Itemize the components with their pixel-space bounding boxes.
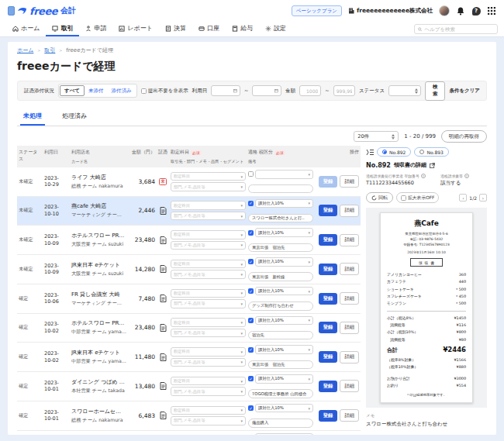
qualified-checkbox[interactable]: ✓ [248, 230, 254, 236]
help-search-box[interactable] [414, 24, 498, 34]
detail-list-icon[interactable] [366, 149, 374, 156]
nav-item-accounts[interactable]: 口座 [192, 22, 226, 36]
help-search-input[interactable] [424, 26, 494, 33]
register-button[interactable]: 登録 [319, 176, 338, 188]
clear-filters-link[interactable]: 条件をクリア [449, 88, 480, 95]
note-input[interactable] [248, 360, 313, 370]
detail-button[interactable]: 詳細 [340, 175, 359, 188]
usage-date-to-input[interactable] [252, 85, 281, 96]
register-button[interactable]: 登録 [319, 322, 338, 333]
tax-category-select[interactable]: 課対仕入10%▾ [255, 404, 313, 413]
tax-category-select[interactable]: 課対仕入10%▾ [255, 316, 313, 326]
tax-category-select[interactable]: 課対仕入10%▾ [255, 345, 313, 354]
usage-date-from-input[interactable] [211, 85, 240, 96]
detail-button[interactable]: 詳細 [340, 263, 359, 275]
qualified-checkbox[interactable]: ✓ [248, 347, 254, 353]
account-item-select[interactable]: 勘定科目▾ [171, 201, 246, 210]
document-icon[interactable] [157, 382, 168, 390]
document-icon[interactable] [157, 353, 168, 361]
breadcrumb-transactions-link[interactable]: 取引 [44, 47, 55, 54]
document-icon[interactable] [157, 207, 168, 215]
company-switcher[interactable]: freeeeeeeeeeee株式会社 [348, 7, 433, 15]
tax-category-select[interactable]: 課対仕入10%▾ [255, 228, 313, 237]
note-input[interactable] [248, 389, 313, 398]
nav-item-closing[interactable]: 決算 [159, 22, 192, 36]
table-row[interactable]: 未確定 2023-10-10 燕cafe 大崎店 マーケティング チーム tan… [17, 197, 361, 226]
receipt-image[interactable]: 燕Cafe 東京都世田谷区世田谷4-5-6 電話: 03-9876-5432 登… [380, 212, 473, 403]
detail-tags-select[interactable]: 部門,メモ,品目等▾ [171, 182, 246, 191]
notifications-bell-icon[interactable] [456, 6, 465, 16]
rotate-button[interactable]: 回転 [366, 192, 393, 203]
nav-item-requests[interactable]: 申請 [79, 22, 112, 36]
tab-unprocessed[interactable]: 未処理 [20, 109, 45, 126]
table-row[interactable]: 未確定 2023-10-09 JR東日本 eチケット 大阪営業 チーム suzu… [17, 255, 361, 284]
register-button[interactable]: 登録 [319, 351, 338, 363]
document-icon[interactable] [157, 236, 168, 244]
tax-category-select[interactable]: 課対仕入10%▾ [255, 257, 313, 267]
user-avatar[interactable] [439, 5, 450, 16]
receipt-tab-no893[interactable]: No.893 [414, 147, 448, 157]
document-icon[interactable] [157, 412, 168, 419]
note-input[interactable] [248, 243, 313, 253]
detail-button[interactable]: 詳細 [340, 205, 359, 217]
qualified-checkbox[interactable]: ✓ [248, 201, 254, 206]
table-row[interactable]: 未確定 2023-10-29 ライフ 大崎店 総務 チーム nakamura 3… [17, 167, 361, 197]
nav-item-transactions[interactable]: 取引 [46, 22, 79, 36]
missing-receipt-icon[interactable]: 未 [157, 178, 168, 185]
register-button[interactable]: 登録 [319, 410, 338, 422]
account-item-select[interactable]: 勘定科目▾ [171, 230, 246, 239]
detail-button[interactable]: 詳細 [340, 234, 359, 246]
table-row[interactable]: 確定 2023-10-02 ホテルスワロー PREMIUM東京… 中部営業 チー… [17, 314, 361, 343]
question-icon[interactable]: ? [421, 174, 426, 178]
evidence-filter-unattached[interactable]: 未添付 [85, 86, 108, 95]
register-button[interactable]: 登録 [319, 234, 338, 246]
table-row[interactable]: 未確定 2023-10-09 ホテルスワロー PREMIUM東京… 大阪営業 チ… [17, 226, 361, 255]
detail-tags-select[interactable]: 部門,メモ,品目等▾ [171, 270, 246, 279]
qualified-checkbox[interactable]: ✓ [248, 259, 254, 264]
tax-category-select[interactable]: ▾ [255, 170, 313, 179]
table-row[interactable]: 確定 2023-10-01 スワローホームセンター 総務 チーム nakamur… [17, 401, 361, 431]
detail-button[interactable]: 詳細 [340, 292, 359, 305]
per-page-select[interactable]: 20件 [354, 131, 399, 142]
tax-category-select[interactable]: 課対仕入10%▾ [255, 374, 313, 384]
account-item-select[interactable]: 勘定科目▾ [171, 289, 246, 298]
detail-tags-select[interactable]: 部門,メモ,品目等▾ [171, 358, 246, 367]
detail-tags-select[interactable]: 部門,メモ,品目等▾ [171, 212, 246, 221]
detail-tags-select[interactable]: 部門,メモ,品目等▾ [171, 241, 246, 250]
nav-item-settings[interactable]: 設定 [259, 22, 292, 36]
tax-category-select[interactable]: 課対仕入10%▾ [255, 287, 313, 296]
evidence-filter-attached[interactable]: 添付済み [107, 86, 135, 95]
account-item-select[interactable]: 勘定科目▾ [171, 347, 246, 357]
receipt-tab-no892[interactable]: No.892 [377, 147, 411, 157]
account-item-select[interactable]: 勘定科目▾ [171, 406, 246, 415]
note-input[interactable] [248, 331, 313, 340]
account-item-select[interactable]: 勘定科目▾ [171, 172, 246, 181]
register-button[interactable]: 登録 [319, 293, 338, 305]
note-input[interactable] [248, 272, 313, 281]
detail-tags-select[interactable]: 部門,メモ,品目等▾ [171, 416, 246, 425]
detail-tags-select[interactable]: 部門,メモ,品目等▾ [171, 329, 246, 338]
breadcrumb-home-link[interactable]: ホーム [17, 47, 33, 54]
qualified-checkbox[interactable]: ✓ [248, 405, 254, 411]
receipt-page-next[interactable]: › [479, 194, 487, 202]
status-filter-select[interactable] [388, 85, 421, 96]
nav-item-reports[interactable]: レポート [112, 22, 159, 36]
qualified-checkbox[interactable] [248, 171, 254, 177]
detail-button[interactable]: 詳細 [340, 322, 359, 334]
hide-unneeded-checkbox[interactable]: 提出不要を非表示 [141, 88, 188, 95]
note-input[interactable] [248, 301, 313, 311]
freee-logo[interactable]: freee 会計 [8, 5, 76, 17]
detail-button[interactable]: 詳細 [340, 409, 359, 422]
note-input[interactable] [248, 184, 313, 194]
evidence-filter-all[interactable]: すべて [60, 85, 85, 96]
document-icon[interactable] [157, 295, 168, 302]
document-icon[interactable] [157, 324, 168, 332]
detail-button[interactable]: 詳細 [340, 351, 359, 363]
table-row[interactable]: 確定 2023-10-01 ダイニング つばめ 大崎店 本社営業 チーム tak… [17, 372, 361, 401]
account-item-select[interactable]: 勘定科目▾ [171, 318, 246, 327]
register-button[interactable]: 登録 [319, 381, 338, 392]
amount-min-input[interactable] [299, 85, 321, 96]
amount-max-input[interactable] [333, 85, 355, 96]
external-link-icon[interactable] [430, 163, 435, 168]
qualified-checkbox[interactable]: ✓ [248, 376, 254, 381]
